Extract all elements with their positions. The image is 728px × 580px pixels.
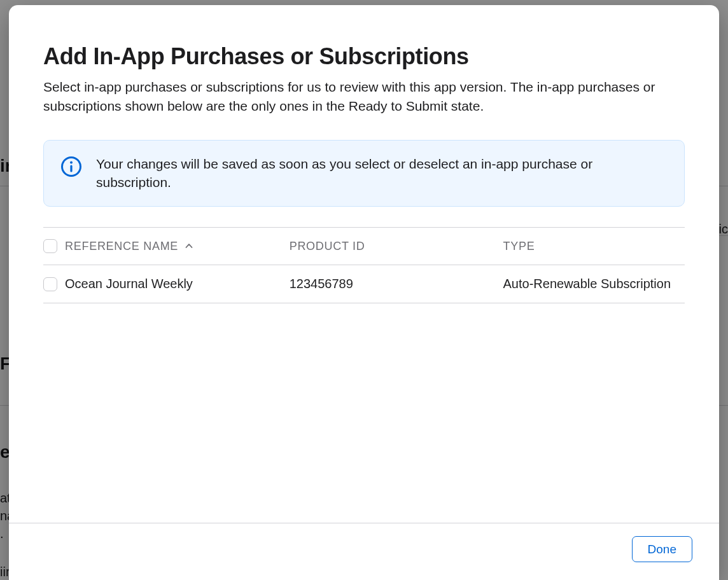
svg-point-1 bbox=[70, 161, 73, 163]
modal-footer: Done bbox=[9, 523, 719, 580]
info-banner: Your changes will be saved as soon as yo… bbox=[43, 140, 685, 207]
select-all-checkbox[interactable] bbox=[43, 239, 57, 253]
column-header-type[interactable]: Type bbox=[503, 228, 685, 265]
modal-backdrop: Add In-App Purchases or Subscriptions Se… bbox=[0, 0, 728, 580]
add-iap-modal: Add In-App Purchases or Subscriptions Se… bbox=[9, 5, 719, 580]
modal-title: Add In-App Purchases or Subscriptions bbox=[43, 43, 685, 70]
row-checkbox[interactable] bbox=[43, 277, 57, 291]
info-banner-message: Your changes will be saved as soon as yo… bbox=[96, 155, 668, 193]
cell-type: Auto-Renewable Subscription bbox=[503, 265, 685, 303]
modal-subtitle: Select in-app purchases or subscriptions… bbox=[43, 78, 685, 116]
table-row[interactable]: Ocean Journal Weekly 123456789 Auto-Rene… bbox=[43, 265, 685, 303]
column-header-label: Reference Name bbox=[65, 240, 178, 253]
column-header-product-id[interactable]: Product ID bbox=[290, 228, 503, 265]
cell-product-id: 123456789 bbox=[290, 265, 503, 303]
svg-rect-2 bbox=[70, 165, 72, 172]
done-button[interactable]: Done bbox=[632, 536, 692, 562]
info-icon bbox=[60, 155, 82, 180]
iap-table: Reference Name Product ID Type bbox=[43, 227, 685, 303]
column-header-label: Product ID bbox=[290, 240, 365, 252]
modal-body: Add In-App Purchases or Subscriptions Se… bbox=[9, 5, 719, 523]
cell-reference-name: Ocean Journal Weekly bbox=[65, 265, 290, 303]
column-header-reference-name[interactable]: Reference Name bbox=[65, 228, 290, 265]
chevron-up-icon bbox=[185, 242, 193, 251]
column-header-label: Type bbox=[503, 240, 535, 252]
table-header-row: Reference Name Product ID Type bbox=[43, 227, 685, 265]
